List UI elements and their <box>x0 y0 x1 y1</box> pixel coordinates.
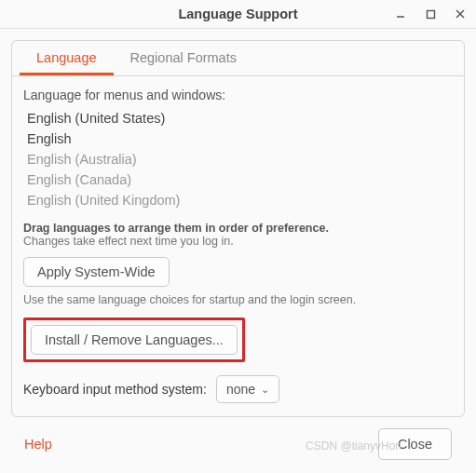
content-area: Language Regional Formats Language for m… <box>0 29 476 473</box>
minimize-icon[interactable] <box>392 6 409 22</box>
list-item[interactable]: English <box>27 128 453 149</box>
apply-system-wide-button[interactable]: Apply System-Wide <box>23 257 170 287</box>
language-list[interactable]: English (United States) English English … <box>27 108 453 210</box>
tab-language[interactable]: Language <box>20 41 114 75</box>
tab-bar: Language Regional Formats <box>12 41 464 76</box>
close-icon[interactable] <box>452 6 469 22</box>
drag-hint-bold: Drag languages to arrange them in order … <box>23 222 453 235</box>
dialog-footer: Help Close <box>11 417 465 473</box>
titlebar: Language Support <box>0 0 476 29</box>
list-item[interactable]: English (United States) <box>27 108 453 128</box>
language-section-label: Language for menus and windows: <box>23 88 453 102</box>
highlight-annotation: Install / Remove Languages... <box>23 318 245 362</box>
drag-hint-sub: Changes take effect next time you log in… <box>23 235 453 248</box>
main-panel: Language Regional Formats Language for m… <box>11 40 465 417</box>
window-title: Language Support <box>178 7 297 21</box>
window-controls <box>392 0 469 28</box>
help-link[interactable]: Help <box>24 437 52 452</box>
tab-regional-formats[interactable]: Regional Formats <box>114 41 253 75</box>
maximize-icon[interactable] <box>422 6 439 22</box>
keyboard-input-value: none <box>226 382 255 397</box>
close-button[interactable]: Close <box>378 428 452 460</box>
list-item[interactable]: English (Canada) <box>27 169 453 190</box>
svg-rect-1 <box>427 10 434 18</box>
window: Language Support Language Regional Forma… <box>0 0 476 473</box>
keyboard-input-row: Keyboard input method system: none ⌄ <box>23 375 453 403</box>
tab-body: Language for menus and windows: English … <box>12 76 464 416</box>
keyboard-input-label: Keyboard input method system: <box>23 382 207 397</box>
list-item[interactable]: English (Australia) <box>27 149 453 169</box>
list-item[interactable]: English (United Kingdom) <box>27 190 453 210</box>
install-remove-languages-button[interactable]: Install / Remove Languages... <box>31 325 238 355</box>
apply-note: Use the same language choices for startu… <box>23 293 453 306</box>
chevron-down-icon: ⌄ <box>261 384 269 396</box>
keyboard-input-select[interactable]: none ⌄ <box>216 375 279 403</box>
